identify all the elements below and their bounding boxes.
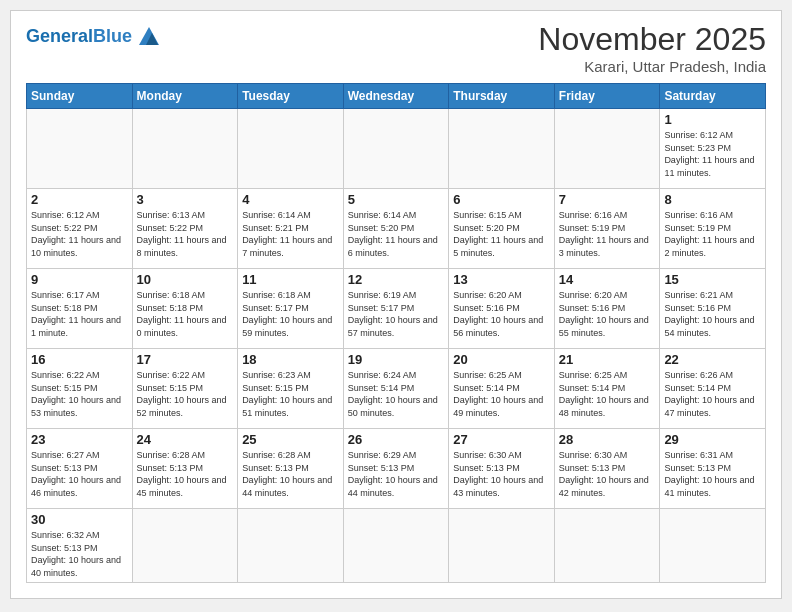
title-area: November 2025 Karari, Uttar Pradesh, Ind… <box>538 21 766 75</box>
day-cell-30: 30 Sunrise: 6:32 AM Sunset: 5:13 PM Dayl… <box>27 509 133 583</box>
day-info: Sunrise: 6:17 AM Sunset: 5:18 PM Dayligh… <box>31 289 128 339</box>
day-number: 25 <box>242 432 339 447</box>
empty-cell <box>238 509 344 583</box>
day-number: 9 <box>31 272 128 287</box>
empty-cell <box>343 509 449 583</box>
day-info: Sunrise: 6:20 AM Sunset: 5:16 PM Dayligh… <box>559 289 656 339</box>
day-cell-23: 23 Sunrise: 6:27 AM Sunset: 5:13 PM Dayl… <box>27 429 133 509</box>
header-wednesday: Wednesday <box>343 84 449 109</box>
day-cell-3: 3 Sunrise: 6:13 AM Sunset: 5:22 PM Dayli… <box>132 189 238 269</box>
day-cell-4: 4 Sunrise: 6:14 AM Sunset: 5:21 PM Dayli… <box>238 189 344 269</box>
calendar-row-1: 1 Sunrise: 6:12 AM Sunset: 5:23 PM Dayli… <box>27 109 766 189</box>
day-cell-15: 15 Sunrise: 6:21 AM Sunset: 5:16 PM Dayl… <box>660 269 766 349</box>
day-cell-2: 2 Sunrise: 6:12 AM Sunset: 5:22 PM Dayli… <box>27 189 133 269</box>
empty-cell <box>132 509 238 583</box>
day-number: 19 <box>348 352 445 367</box>
location: Karari, Uttar Pradesh, India <box>538 58 766 75</box>
day-info: Sunrise: 6:22 AM Sunset: 5:15 PM Dayligh… <box>137 369 234 419</box>
day-info: Sunrise: 6:16 AM Sunset: 5:19 PM Dayligh… <box>559 209 656 259</box>
header: GeneralBlue November 2025 Karari, Uttar … <box>26 21 766 75</box>
day-number: 16 <box>31 352 128 367</box>
day-info: Sunrise: 6:27 AM Sunset: 5:13 PM Dayligh… <box>31 449 128 499</box>
day-number: 27 <box>453 432 550 447</box>
day-info: Sunrise: 6:30 AM Sunset: 5:13 PM Dayligh… <box>559 449 656 499</box>
calendar-row-5: 23 Sunrise: 6:27 AM Sunset: 5:13 PM Dayl… <box>27 429 766 509</box>
day-number: 26 <box>348 432 445 447</box>
day-cell-10: 10 Sunrise: 6:18 AM Sunset: 5:18 PM Dayl… <box>132 269 238 349</box>
day-cell-27: 27 Sunrise: 6:30 AM Sunset: 5:13 PM Dayl… <box>449 429 555 509</box>
day-number: 1 <box>664 112 761 127</box>
day-cell-16: 16 Sunrise: 6:22 AM Sunset: 5:15 PM Dayl… <box>27 349 133 429</box>
day-info: Sunrise: 6:18 AM Sunset: 5:17 PM Dayligh… <box>242 289 339 339</box>
day-cell-24: 24 Sunrise: 6:28 AM Sunset: 5:13 PM Dayl… <box>132 429 238 509</box>
calendar-row-2: 2 Sunrise: 6:12 AM Sunset: 5:22 PM Dayli… <box>27 189 766 269</box>
day-cell-8: 8 Sunrise: 6:16 AM Sunset: 5:19 PM Dayli… <box>660 189 766 269</box>
day-cell-12: 12 Sunrise: 6:19 AM Sunset: 5:17 PM Dayl… <box>343 269 449 349</box>
day-info: Sunrise: 6:26 AM Sunset: 5:14 PM Dayligh… <box>664 369 761 419</box>
header-saturday: Saturday <box>660 84 766 109</box>
day-cell-18: 18 Sunrise: 6:23 AM Sunset: 5:15 PM Dayl… <box>238 349 344 429</box>
day-cell-22: 22 Sunrise: 6:26 AM Sunset: 5:14 PM Dayl… <box>660 349 766 429</box>
day-info: Sunrise: 6:19 AM Sunset: 5:17 PM Dayligh… <box>348 289 445 339</box>
day-number: 20 <box>453 352 550 367</box>
month-year: November 2025 <box>538 21 766 58</box>
day-info: Sunrise: 6:23 AM Sunset: 5:15 PM Dayligh… <box>242 369 339 419</box>
day-number: 21 <box>559 352 656 367</box>
day-cell-26: 26 Sunrise: 6:29 AM Sunset: 5:13 PM Dayl… <box>343 429 449 509</box>
day-cell-9: 9 Sunrise: 6:17 AM Sunset: 5:18 PM Dayli… <box>27 269 133 349</box>
day-cell-11: 11 Sunrise: 6:18 AM Sunset: 5:17 PM Dayl… <box>238 269 344 349</box>
header-thursday: Thursday <box>449 84 555 109</box>
day-info: Sunrise: 6:20 AM Sunset: 5:16 PM Dayligh… <box>453 289 550 339</box>
day-number: 23 <box>31 432 128 447</box>
day-number: 30 <box>31 512 128 527</box>
day-number: 22 <box>664 352 761 367</box>
header-sunday: Sunday <box>27 84 133 109</box>
calendar-row-6: 30 Sunrise: 6:32 AM Sunset: 5:13 PM Dayl… <box>27 509 766 583</box>
day-info: Sunrise: 6:25 AM Sunset: 5:14 PM Dayligh… <box>453 369 550 419</box>
day-number: 14 <box>559 272 656 287</box>
day-info: Sunrise: 6:13 AM Sunset: 5:22 PM Dayligh… <box>137 209 234 259</box>
day-cell-1: 1 Sunrise: 6:12 AM Sunset: 5:23 PM Dayli… <box>660 109 766 189</box>
day-info: Sunrise: 6:25 AM Sunset: 5:14 PM Dayligh… <box>559 369 656 419</box>
day-info: Sunrise: 6:22 AM Sunset: 5:15 PM Dayligh… <box>31 369 128 419</box>
day-cell-20: 20 Sunrise: 6:25 AM Sunset: 5:14 PM Dayl… <box>449 349 555 429</box>
header-friday: Friday <box>554 84 660 109</box>
day-info: Sunrise: 6:28 AM Sunset: 5:13 PM Dayligh… <box>137 449 234 499</box>
calendar-container: GeneralBlue November 2025 Karari, Uttar … <box>10 10 782 599</box>
day-cell-21: 21 Sunrise: 6:25 AM Sunset: 5:14 PM Dayl… <box>554 349 660 429</box>
empty-cell <box>449 509 555 583</box>
day-info: Sunrise: 6:16 AM Sunset: 5:19 PM Dayligh… <box>664 209 761 259</box>
day-info: Sunrise: 6:24 AM Sunset: 5:14 PM Dayligh… <box>348 369 445 419</box>
day-cell-13: 13 Sunrise: 6:20 AM Sunset: 5:16 PM Dayl… <box>449 269 555 349</box>
empty-cell <box>554 509 660 583</box>
empty-cell <box>554 109 660 189</box>
day-info: Sunrise: 6:31 AM Sunset: 5:13 PM Dayligh… <box>664 449 761 499</box>
day-cell-14: 14 Sunrise: 6:20 AM Sunset: 5:16 PM Dayl… <box>554 269 660 349</box>
day-cell-5: 5 Sunrise: 6:14 AM Sunset: 5:20 PM Dayli… <box>343 189 449 269</box>
empty-cell <box>449 109 555 189</box>
calendar-row-3: 9 Sunrise: 6:17 AM Sunset: 5:18 PM Dayli… <box>27 269 766 349</box>
day-info: Sunrise: 6:21 AM Sunset: 5:16 PM Dayligh… <box>664 289 761 339</box>
day-number: 10 <box>137 272 234 287</box>
day-number: 12 <box>348 272 445 287</box>
day-info: Sunrise: 6:18 AM Sunset: 5:18 PM Dayligh… <box>137 289 234 339</box>
calendar-grid: Sunday Monday Tuesday Wednesday Thursday… <box>26 83 766 583</box>
logo-icon <box>134 25 164 47</box>
day-number: 11 <box>242 272 339 287</box>
day-number: 2 <box>31 192 128 207</box>
day-info: Sunrise: 6:12 AM Sunset: 5:23 PM Dayligh… <box>664 129 761 179</box>
day-number: 17 <box>137 352 234 367</box>
day-info: Sunrise: 6:30 AM Sunset: 5:13 PM Dayligh… <box>453 449 550 499</box>
day-number: 13 <box>453 272 550 287</box>
logo: GeneralBlue <box>26 21 164 47</box>
weekday-header-row: Sunday Monday Tuesday Wednesday Thursday… <box>27 84 766 109</box>
day-cell-7: 7 Sunrise: 6:16 AM Sunset: 5:19 PM Dayli… <box>554 189 660 269</box>
day-number: 4 <box>242 192 339 207</box>
day-info: Sunrise: 6:14 AM Sunset: 5:21 PM Dayligh… <box>242 209 339 259</box>
day-cell-28: 28 Sunrise: 6:30 AM Sunset: 5:13 PM Dayl… <box>554 429 660 509</box>
day-number: 28 <box>559 432 656 447</box>
day-info: Sunrise: 6:14 AM Sunset: 5:20 PM Dayligh… <box>348 209 445 259</box>
empty-cell <box>343 109 449 189</box>
logo-blue: Blue <box>93 26 132 46</box>
day-number: 5 <box>348 192 445 207</box>
